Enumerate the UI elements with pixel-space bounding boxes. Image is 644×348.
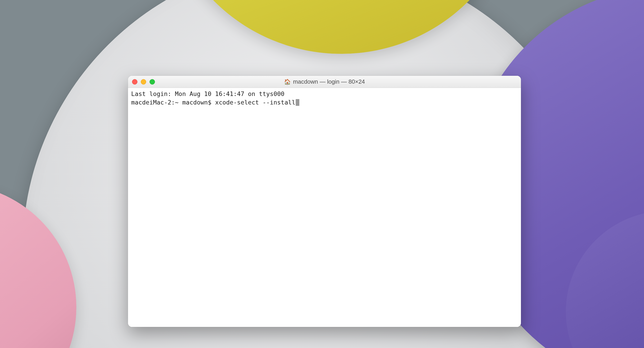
maximize-button[interactable] <box>150 79 155 85</box>
terminal-window[interactable]: 🏠 macdown — login — 80×24 Last login: Mo… <box>128 76 521 327</box>
terminal-prompt-line: macdeiMac-2:~ macdown$ xcode-select --in… <box>131 98 518 107</box>
window-controls <box>132 79 155 85</box>
terminal-content[interactable]: Last login: Mon Aug 10 16:41:47 on ttys0… <box>128 88 521 327</box>
terminal-command[interactable]: xcode-select --install <box>215 99 296 106</box>
terminal-last-login: Last login: Mon Aug 10 16:41:47 on ttys0… <box>131 90 518 98</box>
terminal-cursor <box>296 99 299 106</box>
window-titlebar[interactable]: 🏠 macdown — login — 80×24 <box>128 76 521 88</box>
minimize-button[interactable] <box>141 79 146 85</box>
home-icon: 🏠 <box>284 79 291 85</box>
terminal-prompt: macdeiMac-2:~ macdown$ <box>131 99 215 106</box>
window-title-text: macdown — login — 80×24 <box>293 78 365 85</box>
window-title: 🏠 macdown — login — 80×24 <box>128 78 521 85</box>
close-button[interactable] <box>132 79 138 85</box>
